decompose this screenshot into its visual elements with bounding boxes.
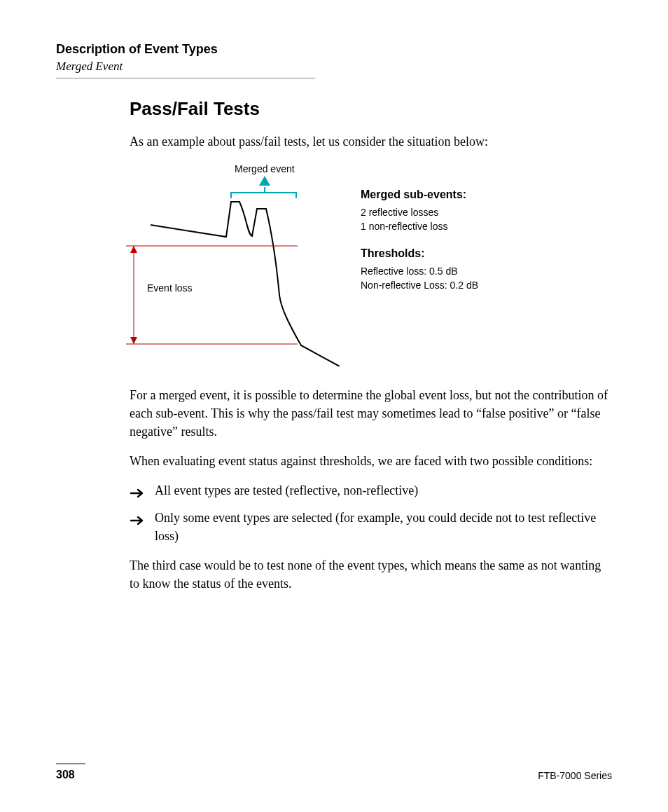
bullet-list: All event types are tested (reflective, …: [130, 481, 612, 544]
subevents-line-1: 2 reflective losses: [361, 207, 478, 218]
section-subtitle: Merged Event: [56, 60, 612, 74]
merged-event-label: Merged event: [235, 163, 295, 174]
list-item-text: All event types are tested (reflective, …: [155, 483, 418, 497]
arrow-bullet-icon: [130, 485, 146, 503]
list-item-text: Only some event types are selected (for …: [155, 511, 596, 543]
page-title: Pass/Fail Tests: [130, 98, 612, 120]
footer-divider: [56, 763, 85, 764]
thresholds-line-1: Reflective loss: 0.5 dB: [361, 266, 478, 277]
page-number: 308: [56, 769, 75, 780]
paragraph-2: When evaluating event status against thr…: [130, 452, 612, 470]
svg-marker-5: [130, 337, 137, 344]
paragraph-3: The third case would be to test none of …: [130, 556, 612, 593]
thresholds-heading: Thresholds:: [361, 247, 478, 260]
paragraph-1: For a merged event, it is possible to de…: [130, 386, 612, 441]
arrow-bullet-icon: [130, 512, 146, 530]
header-divider: [56, 78, 315, 78]
intro-paragraph: As an example about pass/fail tests, let…: [130, 132, 612, 151]
series-label: FTB-7000 Series: [538, 770, 612, 781]
subevents-heading: Merged sub-events:: [361, 188, 478, 201]
subevents-line-2: 1 non-reflective loss: [361, 221, 478, 232]
diagram-svg: [95, 163, 347, 366]
merged-event-diagram: Merged event Event loss: [95, 163, 347, 366]
list-item: All event types are tested (reflective, …: [130, 481, 612, 500]
svg-marker-4: [130, 246, 137, 253]
document-page: Description of Event Types Merged Event …: [0, 0, 668, 812]
list-item: Only some event types are selected (for …: [130, 509, 612, 545]
page-footer: 308 FTB-7000 Series: [56, 763, 612, 781]
figure-side-info: Merged sub-events: 2 reflective losses 1…: [361, 163, 478, 366]
event-loss-label: Event loss: [147, 282, 193, 294]
thresholds-line-2: Non-reflective Loss: 0.2 dB: [361, 280, 478, 291]
figure-row: Merged event Event loss: [95, 163, 612, 366]
section-title: Description of Event Types: [56, 42, 612, 57]
svg-marker-0: [259, 176, 270, 186]
